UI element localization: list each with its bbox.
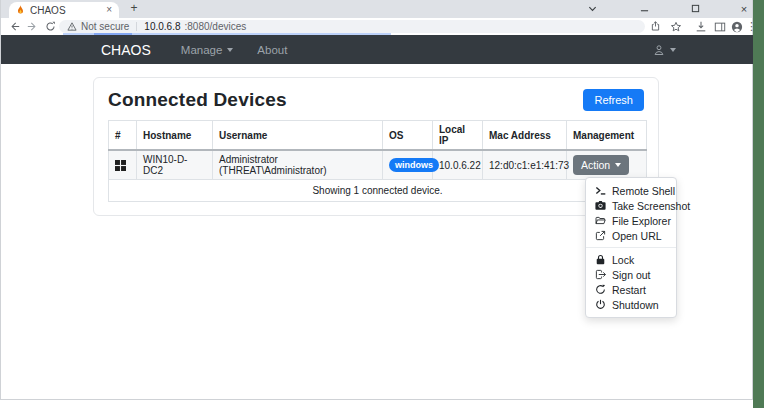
menu-item-open-url[interactable]: Open URL bbox=[586, 228, 676, 243]
menu-item-label: Remote Shell bbox=[612, 185, 675, 197]
menu-item-take-screenshot[interactable]: Take Screenshot bbox=[586, 198, 676, 213]
menu-item-file-explorer[interactable]: File Explorer bbox=[586, 213, 676, 228]
os-badge: windows bbox=[389, 158, 439, 172]
menu-item-label: Restart bbox=[612, 284, 646, 296]
col-management: Management bbox=[567, 121, 647, 151]
table-footer-text: Showing 1 connected device. bbox=[109, 180, 647, 202]
nav-item-manage[interactable]: Manage bbox=[181, 44, 234, 56]
minimize-window-icon[interactable] bbox=[636, 1, 652, 16]
device-hostname: WIN10-D-DC2 bbox=[137, 150, 213, 180]
side-panel-icon[interactable] bbox=[713, 20, 726, 33]
power-icon bbox=[595, 299, 606, 310]
security-label: Not secure bbox=[81, 21, 129, 32]
col-hostname: Hostname bbox=[137, 121, 213, 151]
menu-item-label: Open URL bbox=[612, 230, 662, 242]
nav-item-about[interactable]: About bbox=[257, 44, 287, 56]
device-username: Administrator (THREAT\Administrator) bbox=[213, 150, 383, 180]
terminal-icon bbox=[595, 185, 606, 196]
device-os-cell bbox=[109, 150, 137, 180]
profile-avatar-icon[interactable] bbox=[730, 20, 743, 33]
menu-item-label: Lock bbox=[612, 254, 634, 266]
menu-item-lock[interactable]: Lock bbox=[586, 252, 676, 267]
maximize-window-icon[interactable] bbox=[687, 1, 703, 16]
pill-divider bbox=[136, 22, 137, 31]
bookmark-star-icon[interactable] bbox=[669, 20, 682, 33]
url-host: 10.0.6.8 bbox=[144, 21, 180, 32]
menu-item-remote-shell[interactable]: Remote Shell bbox=[586, 183, 676, 198]
back-icon[interactable] bbox=[8, 20, 21, 33]
device-management-cell: Action bbox=[567, 150, 647, 180]
manage-label: Manage bbox=[181, 44, 223, 56]
refresh-button[interactable]: Refresh bbox=[583, 89, 644, 111]
menu-item-label: Sign out bbox=[612, 269, 651, 281]
not-secure-warning-icon[interactable] bbox=[67, 22, 77, 31]
tab-title: CHAOS bbox=[30, 5, 101, 16]
url-path: :8080/devices bbox=[185, 21, 247, 32]
close-window-icon[interactable]: × bbox=[736, 1, 752, 16]
chevron-down-icon bbox=[615, 163, 621, 167]
menu-item-label: Shutdown bbox=[612, 299, 659, 311]
sign-out-icon bbox=[595, 269, 606, 280]
menu-item-sign-out[interactable]: Sign out bbox=[586, 267, 676, 282]
chevron-down-icon bbox=[670, 48, 676, 52]
col-os: OS bbox=[383, 121, 433, 151]
action-dropdown-button[interactable]: Action bbox=[573, 155, 629, 175]
address-bar[interactable]: Not secure 10.0.6.8 :8080/devices bbox=[59, 20, 645, 33]
app-navbar: CHAOS Manage About bbox=[1, 35, 754, 64]
device-mac-address: 12:d0:c1:e1:41:73 bbox=[483, 150, 567, 180]
connected-devices-card: Connected Devices Refresh # Hostname Use… bbox=[93, 77, 659, 216]
forward-icon[interactable] bbox=[26, 20, 39, 33]
col-username: Username bbox=[213, 121, 383, 151]
folder-open-icon bbox=[595, 215, 606, 226]
camera-icon bbox=[595, 200, 606, 211]
browser-window: CHAOS × + × bbox=[0, 0, 753, 400]
table-header-row: # Hostname Username OS Local IP Mac Addr… bbox=[109, 121, 647, 151]
action-label: Action bbox=[581, 159, 610, 171]
tab-search-chevron-icon[interactable] bbox=[584, 1, 600, 16]
table-footer-row: Showing 1 connected device. bbox=[109, 180, 647, 202]
background-strip bbox=[753, 0, 764, 408]
tab-close-icon[interactable]: × bbox=[106, 5, 112, 15]
navbar-brand[interactable]: CHAOS bbox=[101, 42, 151, 58]
flame-favicon-icon bbox=[16, 5, 25, 15]
col-mac: Mac Address bbox=[483, 121, 567, 151]
menu-item-label: File Explorer bbox=[612, 215, 671, 227]
devices-table: # Hostname Username OS Local IP Mac Addr… bbox=[108, 120, 647, 202]
menu-item-label: Take Screenshot bbox=[612, 200, 690, 212]
screenshot-canvas: CHAOS × + × bbox=[0, 0, 764, 408]
share-icon[interactable] bbox=[649, 20, 662, 33]
browser-tab[interactable]: CHAOS × bbox=[9, 2, 119, 18]
browser-tab-strip: CHAOS × + × bbox=[1, 0, 752, 18]
action-dropdown-menu: Remote Shell Take Screenshot File Explor… bbox=[585, 177, 677, 318]
new-tab-button[interactable]: + bbox=[127, 2, 141, 16]
device-row: WIN10-D-DC2 Administrator (THREAT\Admini… bbox=[109, 150, 647, 180]
browser-toolbar: Not secure 10.0.6.8 :8080/devices ⋮ bbox=[1, 18, 752, 35]
page-title: Connected Devices bbox=[108, 89, 287, 111]
device-os-badge-cell: windows bbox=[383, 150, 433, 180]
menu-item-restart[interactable]: Restart bbox=[586, 282, 676, 297]
download-icon[interactable] bbox=[694, 20, 707, 33]
lock-icon bbox=[595, 254, 606, 265]
windows-logo-icon bbox=[115, 160, 126, 171]
person-icon bbox=[653, 44, 665, 56]
restart-icon bbox=[595, 284, 606, 295]
menu-divider bbox=[586, 247, 676, 248]
col-local-ip: Local IP bbox=[433, 121, 483, 151]
user-menu[interactable] bbox=[653, 35, 676, 64]
open-url-icon bbox=[595, 230, 606, 241]
reload-icon[interactable] bbox=[44, 20, 57, 33]
col-index: # bbox=[109, 121, 137, 151]
device-local-ip: 10.0.6.22 bbox=[433, 150, 483, 180]
menu-item-shutdown[interactable]: Shutdown bbox=[586, 297, 676, 312]
chevron-down-icon bbox=[227, 48, 233, 52]
